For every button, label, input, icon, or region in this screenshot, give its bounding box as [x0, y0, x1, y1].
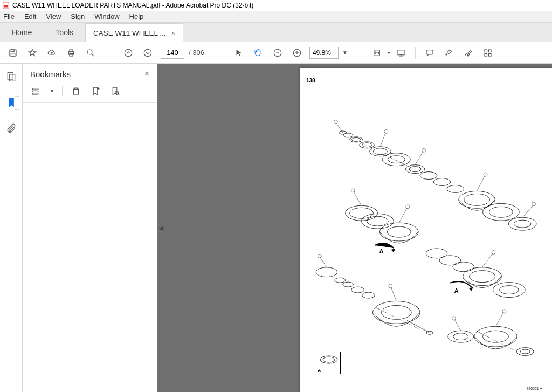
main-area: Bookmarks × ▼ ◀ 138 780521 A [0, 64, 552, 392]
zoom-dropdown-icon[interactable]: ▼ [342, 50, 348, 56]
document-viewer[interactable]: ◀ 138 780521 A [157, 64, 552, 392]
tab-document-label: CASE W11 WHEEL ... [93, 29, 166, 37]
svg-rect-26 [32, 88, 38, 90]
search-icon[interactable] [82, 44, 99, 61]
svg-point-61 [439, 256, 461, 265]
tab-close-icon[interactable]: × [171, 29, 176, 37]
svg-point-75 [426, 331, 433, 334]
print-icon[interactable] [63, 44, 80, 61]
svg-point-62 [453, 262, 474, 272]
svg-point-103 [502, 310, 506, 313]
svg-point-68 [316, 267, 337, 277]
bookmarks-icon[interactable] [4, 95, 19, 110]
tab-home[interactable]: Home [0, 23, 44, 42]
svg-point-97 [492, 250, 495, 254]
sign-icon[interactable] [460, 44, 477, 61]
exploded-diagram: A A [310, 106, 547, 374]
svg-rect-29 [73, 89, 78, 94]
svg-point-65 [493, 283, 525, 298]
bookmarks-add-icon[interactable] [89, 85, 101, 97]
svg-point-72 [362, 292, 375, 298]
detail-label: A [318, 368, 321, 373]
svg-point-81 [520, 349, 530, 354]
highlight-icon[interactable] [440, 44, 458, 61]
svg-line-88 [477, 176, 485, 191]
svg-line-90 [522, 205, 533, 217]
svg-point-50 [489, 207, 513, 217]
svg-line-82 [336, 123, 343, 133]
menu-help[interactable]: Help [129, 12, 144, 20]
svg-point-48 [464, 194, 490, 205]
svg-point-40 [382, 153, 410, 166]
svg-point-51 [508, 217, 536, 230]
svg-line-92 [354, 191, 362, 205]
svg-line-102 [495, 312, 503, 326]
svg-point-76 [448, 331, 474, 342]
bookmarks-options-caret-icon[interactable]: ▼ [50, 88, 54, 94]
main-toolbar: / 306 ▼ ▾ [0, 42, 552, 64]
bookmarks-close-icon[interactable]: × [144, 69, 149, 79]
save-icon[interactable] [4, 44, 22, 61]
attachments-icon[interactable] [4, 121, 19, 136]
comment-icon[interactable] [421, 44, 438, 61]
menu-file[interactable]: File [3, 12, 15, 20]
toolbar-separator [415, 47, 416, 59]
menu-window[interactable]: Window [94, 12, 119, 20]
read-mode-icon[interactable] [392, 44, 410, 61]
svg-rect-18 [398, 50, 404, 54]
selection-arrow-icon[interactable] [230, 44, 247, 61]
bookmarks-delete-icon[interactable] [70, 85, 82, 97]
svg-rect-1 [4, 5, 8, 8]
hand-pan-icon[interactable] [250, 44, 267, 61]
svg-point-70 [343, 282, 354, 287]
panel-collapse-icon[interactable]: ◀ [157, 215, 164, 242]
menu-view[interactable]: View [46, 12, 61, 20]
svg-point-45 [433, 178, 451, 186]
svg-point-35 [352, 137, 361, 141]
thumbnails-icon[interactable] [4, 69, 19, 84]
svg-point-101 [389, 284, 392, 288]
svg-point-41 [388, 156, 405, 163]
svg-point-11 [144, 49, 151, 57]
zoom-input[interactable] [309, 47, 339, 59]
zoom-in-icon[interactable] [288, 44, 306, 61]
svg-rect-27 [32, 91, 38, 92]
menu-edit[interactable]: Edit [24, 12, 36, 20]
cloud-share-icon[interactable] [43, 44, 60, 61]
bookmarks-title: Bookmarks [30, 70, 71, 79]
tabs-row: Home Tools CASE W11 WHEEL ... × [0, 23, 552, 42]
svg-rect-6 [70, 50, 73, 52]
page-number-input[interactable] [161, 47, 184, 59]
tab-document[interactable]: CASE W11 WHEEL ... × [85, 23, 183, 42]
fit-dropdown-icon[interactable]: ▾ [388, 50, 390, 56]
svg-point-99 [318, 254, 321, 258]
bookmarks-options-icon[interactable] [30, 85, 42, 97]
page-number-label: 138 [306, 78, 546, 84]
zoom-out-icon[interactable] [269, 44, 286, 61]
svg-point-87 [422, 148, 426, 152]
svg-point-95 [406, 205, 410, 209]
svg-point-58 [387, 226, 411, 237]
tab-tools[interactable]: Tools [44, 23, 85, 42]
bookmarks-find-icon[interactable] [109, 85, 121, 97]
svg-line-98 [320, 257, 327, 267]
more-tools-icon[interactable] [479, 44, 496, 61]
svg-point-69 [335, 278, 346, 283]
svg-rect-3 [11, 50, 14, 52]
menu-sign[interactable]: Sign [71, 12, 85, 20]
svg-rect-22 [485, 53, 487, 56]
page-down-icon[interactable] [139, 44, 156, 61]
svg-point-49 [483, 203, 520, 221]
star-icon[interactable] [24, 44, 41, 61]
svg-point-54 [350, 208, 374, 218]
svg-rect-21 [488, 50, 491, 52]
fit-width-icon[interactable] [368, 44, 385, 61]
svg-point-33 [343, 133, 353, 137]
page-reference: 780521 A [526, 387, 542, 390]
svg-point-55 [362, 214, 394, 229]
svg-point-105 [452, 317, 456, 320]
svg-point-44 [420, 172, 437, 180]
page-up-icon[interactable] [120, 44, 137, 61]
svg-point-42 [405, 165, 425, 174]
svg-point-85 [384, 129, 388, 133]
